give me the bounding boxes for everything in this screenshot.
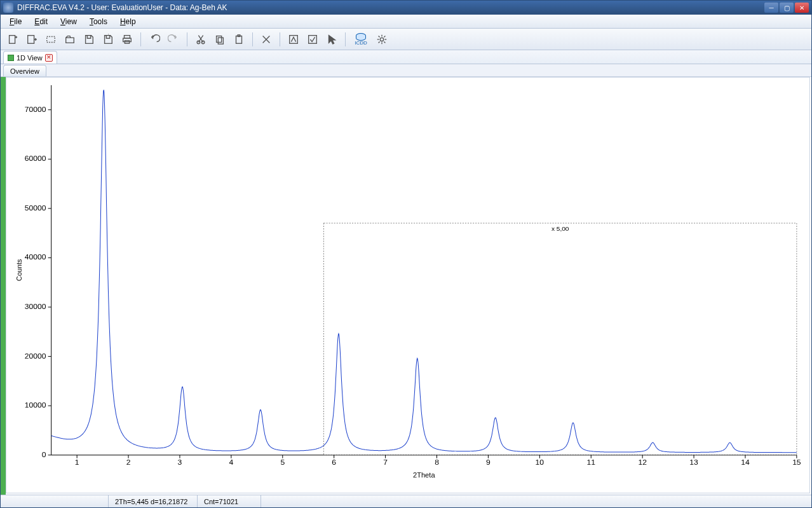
svg-text:3: 3 (178, 458, 182, 467)
svg-text:5: 5 (280, 458, 285, 467)
save-button[interactable] (81, 31, 97, 48)
close-tab-button[interactable] (45, 54, 53, 62)
svg-text:6: 6 (332, 458, 336, 467)
toolbar-separator (345, 32, 346, 46)
status-bar: 2Th=5,445 d=16,21872 Cnt=71021 (1, 495, 811, 507)
zoom-rect-button[interactable] (43, 31, 59, 48)
diffraction-plot[interactable]: 0100002000030000400005000060000700001234… (6, 77, 810, 493)
settings-button[interactable] (374, 31, 390, 48)
svg-text:9: 9 (486, 458, 491, 467)
document-tab-label: 1D View (17, 54, 43, 62)
open-button[interactable] (62, 31, 78, 48)
status-counts: Cnt=71021 (198, 495, 261, 507)
menu-help[interactable]: Help (114, 16, 142, 27)
active-scan-indicator (1, 77, 6, 495)
svg-text:20000: 20000 (25, 352, 46, 360)
svg-text:50000: 50000 (25, 203, 46, 212)
icdd-database-button[interactable]: ICDD (351, 31, 371, 48)
menu-tools[interactable]: Tools (83, 16, 114, 27)
pointer-button[interactable] (323, 31, 340, 48)
toolbar-separator (252, 32, 253, 46)
svg-text:?: ? (107, 34, 109, 36)
svg-line-29 (384, 36, 385, 37)
svg-text:1: 1 (75, 458, 79, 467)
svg-text:14: 14 (741, 458, 750, 467)
paste-button[interactable] (231, 31, 247, 48)
tab-label: Overview (10, 67, 39, 75)
svg-text:2: 2 (126, 458, 131, 467)
svg-line-28 (379, 41, 380, 43)
new-document-button[interactable] (4, 31, 21, 48)
svg-text:10000: 10000 (25, 401, 46, 409)
status-angle: 2Th=5,445 d=16,21872 (109, 495, 198, 507)
window-minimize-button[interactable]: ─ (764, 3, 778, 13)
client-area: 0100002000030000400005000060000700001234… (1, 77, 811, 495)
mode-a-button[interactable] (285, 31, 302, 48)
menu-file[interactable]: File (3, 16, 28, 27)
tab-overview[interactable]: Overview (3, 65, 46, 76)
svg-line-27 (384, 41, 385, 43)
svg-text:15: 15 (792, 458, 801, 467)
document-tab-strip: 1D View (1, 50, 811, 64)
window-title: DIFFRAC.EVA V4.2 - User: EvaluationUser … (17, 3, 764, 12)
svg-rect-14 (218, 38, 223, 44)
menu-bar: File Edit View Tools Help (1, 15, 811, 29)
svg-text:11: 11 (587, 458, 596, 467)
toolbar-separator (280, 32, 280, 46)
print-button[interactable] (119, 31, 135, 48)
svg-text:4: 4 (229, 458, 233, 467)
toolbar: ? (1, 29, 811, 50)
window-close-button[interactable]: ✕ (795, 3, 809, 13)
document-tab-1dview[interactable]: 1D View (3, 51, 57, 64)
svg-text:40000: 40000 (25, 253, 46, 262)
app-window: DIFFRAC.EVA V4.2 - User: EvaluationUser … (0, 0, 812, 508)
svg-text:Counts: Counts (15, 259, 23, 281)
tab-color-icon (8, 55, 14, 61)
svg-rect-13 (217, 36, 222, 42)
svg-text:70000: 70000 (25, 105, 46, 114)
svg-rect-80 (324, 223, 797, 455)
redo-button[interactable] (165, 31, 182, 48)
mode-check-button[interactable] (304, 31, 321, 48)
svg-text:0: 0 (42, 450, 46, 459)
view-tab-strip: Overview (1, 64, 811, 77)
menu-edit[interactable]: Edit (28, 16, 54, 27)
svg-text:30000: 30000 (25, 302, 46, 311)
svg-text:8: 8 (435, 458, 439, 467)
save-as-button[interactable]: ? (100, 31, 116, 48)
svg-rect-0 (10, 35, 15, 43)
svg-text:7: 7 (383, 458, 388, 467)
svg-rect-20 (309, 35, 317, 43)
database-icon (356, 33, 366, 41)
svg-text:12: 12 (638, 458, 647, 467)
svg-line-26 (379, 36, 380, 37)
window-maximize-button[interactable]: ▢ (780, 3, 794, 13)
svg-text:60000: 60000 (25, 154, 46, 163)
toolbar-separator (187, 32, 187, 46)
app-icon (3, 3, 13, 13)
import-button[interactable] (24, 31, 40, 48)
menu-view[interactable]: View (54, 16, 83, 27)
undo-button[interactable] (146, 31, 163, 48)
delete-button[interactable] (258, 31, 274, 48)
cut-button[interactable] (193, 31, 209, 48)
toolbar-separator (140, 32, 141, 46)
svg-rect-15 (236, 36, 242, 43)
svg-rect-7 (123, 38, 132, 41)
svg-rect-4 (47, 36, 55, 42)
svg-point-21 (380, 38, 383, 41)
title-bar: DIFFRAC.EVA V4.2 - User: EvaluationUser … (1, 1, 811, 15)
svg-rect-3 (28, 35, 34, 43)
copy-button[interactable] (212, 31, 228, 48)
svg-text:2Theta: 2Theta (413, 471, 436, 479)
svg-text:10: 10 (536, 458, 545, 467)
svg-text:13: 13 (689, 458, 698, 467)
status-blank (1, 495, 109, 507)
svg-text:x 5,00: x 5,00 (551, 225, 569, 232)
